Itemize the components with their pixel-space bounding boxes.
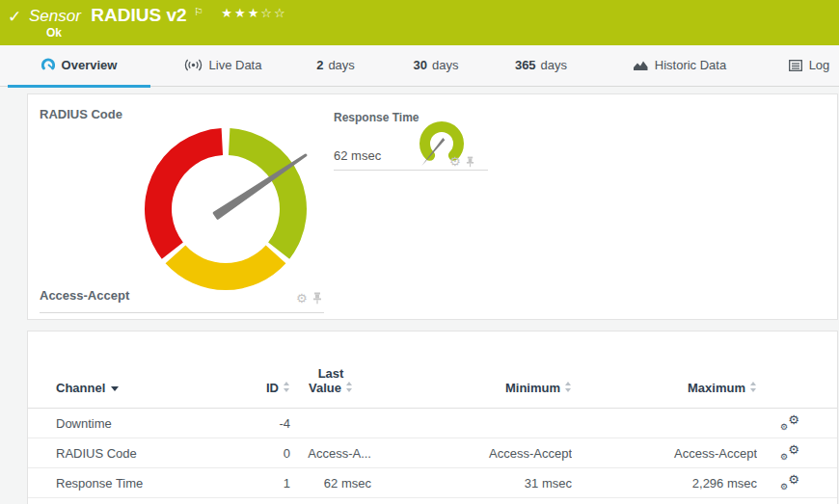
object-kind-label: Sensor: [29, 7, 81, 25]
gauge-title-radius-code: RADIUS Code: [40, 107, 122, 121]
tab-label: days: [328, 58, 354, 72]
live-data-icon: [184, 47, 203, 87]
sort-icon: [284, 382, 290, 392]
col-label: ID: [266, 381, 279, 395]
channel-settings-icon[interactable]: ⚙⚙: [780, 414, 799, 430]
tab-365-days[interactable]: 365days: [504, 45, 578, 87]
table-row-downtime: Downtime -4 ⚙⚙: [28, 409, 837, 438]
channel-minimum: Access-Accept: [371, 438, 572, 468]
sensor-status-header: ✓ Sensor RADIUS v2 ⚐ ★★★☆☆ Ok: [0, 0, 839, 45]
col-header-last-value[interactable]: Last Value: [290, 332, 371, 409]
tab-30-days[interactable]: 30days: [404, 45, 468, 87]
channel-maximum: 2,296 msec: [572, 468, 757, 498]
channel-maximum: [572, 409, 757, 438]
flag-icon[interactable]: ⚐: [194, 6, 203, 17]
tab-bar: Overview Live Data 2days 30days 365days: [0, 45, 839, 87]
sort-icon: [565, 382, 572, 392]
tab-number: 30: [414, 58, 427, 72]
channel-last-value: 62 msec: [290, 468, 371, 498]
col-label: Last: [290, 366, 371, 381]
radius-code-value: Access-Accept: [40, 288, 129, 303]
area-chart-icon: [634, 47, 648, 87]
tab-historic-data[interactable]: Historic Data: [627, 45, 733, 87]
gauge-icon: [41, 47, 55, 87]
table-header-row: Channel ID Last Value Minimum Maximum: [28, 332, 837, 409]
col-header-maximum[interactable]: Maximum: [572, 332, 757, 409]
pin-gauge-icon[interactable]: [312, 292, 322, 305]
gauge-segment-green: [229, 128, 307, 259]
table-row-radius-code: RADIUS Code 0 Access-A... Access-Accept …: [28, 438, 837, 468]
gauge-divider: [40, 312, 324, 313]
gauge-segment-yellow: [166, 245, 286, 290]
tab-label: days: [432, 58, 458, 72]
tab-overview[interactable]: Overview: [8, 45, 150, 87]
radius-code-gauge: [120, 103, 332, 315]
sort-icon: [750, 382, 757, 392]
channel-id: 0: [232, 438, 290, 468]
tab-live-data[interactable]: Live Data: [176, 45, 269, 87]
channel-maximum: Access-Accept: [572, 438, 757, 468]
channel-settings-icon[interactable]: ⚙⚙: [780, 474, 799, 490]
pin-gauge-icon[interactable]: [466, 156, 474, 168]
gauge-title-response-time: Response Time: [334, 111, 419, 124]
sort-icon: [346, 382, 353, 392]
tab-label: Log: [809, 58, 830, 72]
channel-last-value: Access-A...: [290, 438, 371, 468]
sort-desc-icon: [111, 386, 119, 391]
prtg-sensor-page: ✓ Sensor RADIUS v2 ⚐ ★★★☆☆ Ok Overview: [0, 0, 839, 504]
channel-last-value: [290, 409, 371, 438]
tab-label: Historic Data: [655, 58, 726, 72]
channel-minimum: [371, 409, 572, 438]
col-label: Channel: [56, 381, 105, 395]
col-header-channel[interactable]: Channel: [28, 332, 232, 409]
col-label: Minimum: [505, 381, 560, 395]
channel-id: 1: [232, 468, 290, 498]
log-icon: [789, 47, 802, 87]
gauges-panel: RADIUS Code Access-Accept ⚙ Response Tim…: [27, 93, 838, 320]
tab-label: Overview: [62, 58, 118, 72]
col-header-minimum[interactable]: Minimum: [371, 332, 572, 409]
status-text: Ok: [46, 26, 62, 40]
channels-table: Channel ID Last Value Minimum Maximum Do…: [28, 332, 837, 498]
gauge-divider: [334, 170, 488, 171]
gauge-segment-red: [145, 128, 223, 259]
col-label: Maximum: [688, 381, 745, 395]
status-check-icon: ✓: [8, 7, 21, 27]
table-row-response-time: Response Time 1 62 msec 31 msec 2,296 ms…: [28, 468, 837, 498]
channel-settings-icon[interactable]: ⚙⚙: [780, 444, 799, 460]
tab-number: 365: [515, 58, 536, 72]
channel-minimum: 31 msec: [371, 468, 572, 498]
sensor-name: RADIUS v2: [91, 5, 186, 25]
tab-2-days[interactable]: 2days: [307, 45, 365, 87]
col-label: Value: [309, 381, 341, 395]
channels-panel: Channel ID Last Value Minimum Maximum Do…: [27, 331, 838, 504]
gauge-settings-gear-icon[interactable]: ⚙: [296, 293, 308, 305]
gauge-settings-gear-icon[interactable]: ⚙: [449, 156, 461, 168]
channel-name: RADIUS Code: [28, 438, 232, 468]
tab-number: 2: [316, 58, 323, 72]
channel-id: -4: [232, 409, 290, 438]
col-header-id[interactable]: ID: [232, 332, 290, 409]
channel-name: Response Time: [28, 468, 232, 498]
response-time-value: 62 msec: [334, 148, 381, 163]
channel-name: Downtime: [28, 409, 232, 438]
priority-stars[interactable]: ★★★☆☆: [221, 6, 286, 20]
tab-label: days: [541, 58, 567, 72]
tab-label: Live Data: [209, 58, 262, 72]
active-tab-underline: [8, 85, 150, 88]
tab-log[interactable]: Log: [781, 45, 837, 87]
col-header-settings: [757, 332, 837, 409]
